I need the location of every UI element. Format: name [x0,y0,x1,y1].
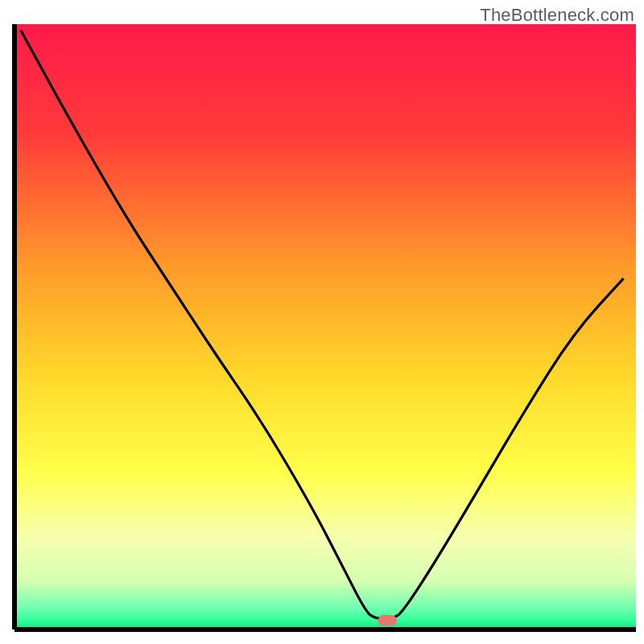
plot-background [14,24,636,630]
chart-container: TheBottleneck.com [0,0,644,644]
bottleneck-chart [0,0,644,644]
watermark-text: TheBottleneck.com [480,5,634,26]
optimum-marker [378,615,397,625]
